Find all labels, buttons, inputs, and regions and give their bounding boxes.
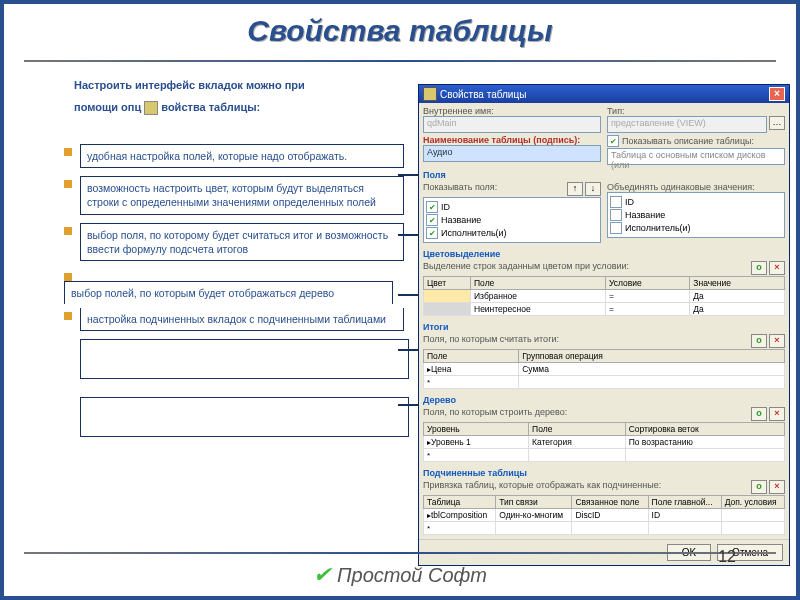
checkbox[interactable]: ✔ [426, 214, 438, 226]
input-description[interactable]: Таблица с основным списком дисков (или [607, 148, 785, 165]
tree-table[interactable]: УровеньПолеСортировка веток ▸Уровень 1Ка… [423, 422, 785, 462]
dialog-title-text: Свойства таблицы [440, 89, 526, 100]
bullet-box: выбор полей, по которым будет отображать… [64, 281, 393, 304]
list-item: Название [441, 215, 481, 225]
th: Поле [471, 277, 606, 290]
label-colors-sub: Выделение строк заданным цветом при усло… [423, 261, 629, 276]
table-row: * [424, 376, 785, 389]
th: Поле [529, 423, 626, 436]
slide-title: Свойства таблицы [4, 14, 796, 48]
th: Цвет [424, 277, 471, 290]
table-row: ▸tblCompositionОдин-ко-многимDiscIDID [424, 509, 785, 522]
th: Условие [605, 277, 689, 290]
checkbox[interactable] [610, 196, 622, 208]
checkmark-icon: ✔ [313, 562, 331, 588]
label-caption: Наименование таблицы (подпись): [423, 135, 601, 145]
slide: Свойства таблицы Настроить интерфейс вкл… [0, 0, 800, 600]
bullet-box: выбор поля, по которому будет считаться … [80, 223, 404, 261]
arrow [398, 349, 420, 351]
moveup-button[interactable]: ↑ [567, 182, 583, 196]
input-type: представление (VIEW) [607, 116, 767, 133]
dialog-table-properties: Свойства таблицы × Внутреннее имя: qdMai… [418, 84, 790, 566]
footer: ✔ Простой Софт [4, 554, 796, 596]
table-row: Избранное=Да [424, 290, 785, 303]
arrow [398, 234, 420, 236]
th: Значение [690, 277, 785, 290]
bullet-box: возможность настроить цвет, которым буду… [80, 176, 404, 214]
remove-button[interactable]: × [769, 407, 785, 421]
add-button[interactable]: o [751, 261, 767, 275]
table-row: ▸ЦенаСумма [424, 363, 785, 376]
th: Таблица [424, 496, 496, 509]
remove-button[interactable]: × [769, 480, 785, 494]
type-browse-button[interactable]: … [769, 116, 785, 130]
checkbox[interactable] [610, 222, 622, 234]
empty-box [80, 339, 409, 379]
label-totals-sub: Поля, по которым считать итоги: [423, 334, 559, 349]
bullet-icon [64, 180, 72, 188]
bullet-icon [64, 273, 72, 281]
remove-button[interactable]: × [769, 261, 785, 275]
section-fields: Поля [419, 168, 789, 180]
th: Поле главной... [648, 496, 721, 509]
checkbox[interactable]: ✔ [426, 227, 438, 239]
arrow [398, 174, 420, 176]
th: Поле [424, 350, 519, 363]
checkbox-showdesc[interactable]: ✔ [607, 135, 619, 147]
th: Доп. условия [721, 496, 784, 509]
th: Связанное поле [572, 496, 648, 509]
bullet-icon [64, 227, 72, 235]
label-showdesc: Показывать описание таблицы: [622, 136, 754, 146]
checkbox[interactable]: ✔ [426, 201, 438, 213]
table-row: ▸Уровень 1КатегорияПо возрастанию [424, 436, 785, 449]
section-subtables: Подчиненные таблицы [419, 466, 789, 478]
add-button[interactable]: o [751, 407, 767, 421]
bullet-box: настройка подчиненных вкладок с подчинен… [80, 308, 404, 331]
brand-text: Простой Софт [337, 564, 487, 587]
table-properties-icon [144, 101, 158, 115]
table-row: * [424, 522, 785, 535]
add-button[interactable]: o [751, 480, 767, 494]
list-item: Исполнитель(и) [625, 223, 691, 233]
label-show-fields: Показывать поля: [423, 182, 497, 197]
totals-table[interactable]: ПолеГрупповая операция ▸ЦенаСумма * [423, 349, 785, 389]
add-button[interactable]: o [751, 334, 767, 348]
label-inner-name: Внутреннее имя: [423, 106, 601, 116]
label-type: Тип: [607, 106, 785, 116]
label-sub-sub: Привязка таблиц, которые отображать как … [423, 480, 661, 495]
remove-button[interactable]: × [769, 334, 785, 348]
table-row: Неинтересное=Да [424, 303, 785, 316]
th: Сортировка веток [625, 423, 784, 436]
table-row: * [424, 449, 785, 462]
arrow [398, 404, 420, 406]
list-item: ID [441, 202, 450, 212]
th: Уровень [424, 423, 529, 436]
subtables-table[interactable]: ТаблицаТип связиСвязанное полеПоле главн… [423, 495, 785, 535]
list-item: Название [625, 210, 665, 220]
input-caption[interactable]: Аудио [423, 145, 601, 162]
input-inner-name: qdMain [423, 116, 601, 133]
colors-table[interactable]: ЦветПолеУсловиеЗначение Избранное=Да Неи… [423, 276, 785, 316]
bullet-list: удобная настройка полей, которые надо от… [64, 144, 404, 437]
intro-line1: Настроить интерфейс вкладок можно при [74, 79, 394, 91]
empty-box [80, 397, 409, 437]
bullet-box: удобная настройка полей, которые надо от… [80, 144, 404, 168]
list-item: ID [625, 197, 634, 207]
section-totals: Итоги [419, 320, 789, 332]
section-colors: Цветовыделение [419, 247, 789, 259]
checkbox[interactable] [610, 209, 622, 221]
label-merge-fields: Объединять одинаковые значения: [607, 182, 785, 192]
fields-left-list[interactable]: ✔ID ✔Название ✔Исполнитель(и) [423, 197, 601, 243]
divider-top [24, 60, 776, 62]
arrow [398, 294, 420, 296]
dialog-header-grid: Внутреннее имя: qdMain Наименование табл… [419, 103, 789, 168]
movedown-button[interactable]: ↓ [585, 182, 601, 196]
close-icon[interactable]: × [769, 87, 785, 101]
fields-right-list[interactable]: ID Название Исполнитель(и) [607, 192, 785, 238]
th: Групповая операция [519, 350, 785, 363]
intro-text: Настроить интерфейс вкладок можно при по… [74, 79, 394, 115]
dialog-titlebar: Свойства таблицы × [419, 85, 789, 103]
window-icon [423, 87, 437, 101]
bullet-icon [64, 148, 72, 156]
section-tree: Дерево [419, 393, 789, 405]
